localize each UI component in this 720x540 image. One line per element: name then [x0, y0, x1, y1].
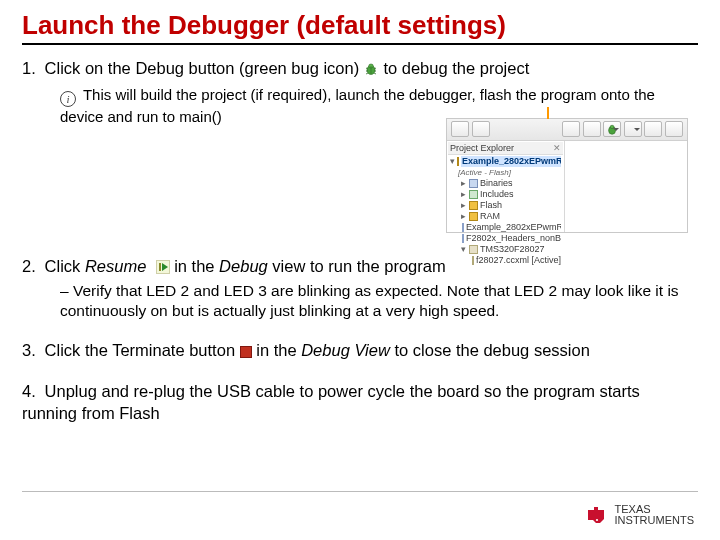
step-2-debug: Debug [219, 257, 268, 275]
footer-rule [22, 491, 698, 492]
step-4-text: Unplug and re-plug the USB cable to powe… [22, 382, 640, 422]
step-1: 1. Click on the Debug button (green bug … [22, 57, 698, 127]
ti-chip-icon [585, 504, 607, 526]
ti-logo: TEXAS INSTRUMENTS [585, 504, 694, 526]
tab-label: Project Explorer [450, 143, 514, 153]
svg-point-11 [595, 519, 597, 521]
includes-icon [469, 190, 478, 199]
step-2-sub: – Verify that LED 2 and LED 3 are blinki… [60, 281, 698, 321]
tree-cmd[interactable]: F2802x_Headers_nonBIOS.cmd [450, 233, 561, 244]
bug-icon [364, 59, 379, 81]
step-2-resume: Resume [85, 257, 146, 275]
chevron-down-icon [613, 128, 619, 131]
tree-project[interactable]: ▾ Example_2802xEPwmRealTimeInt [450, 156, 561, 167]
step-2-post: view to run the program [268, 257, 446, 275]
project-explorer-tab[interactable]: Project Explorer ✕ [448, 142, 563, 155]
active-config: [Active - Flash] [458, 167, 511, 178]
step-3-pre: Click the Terminate button [45, 341, 240, 359]
tree-includes[interactable]: ▸Includes [450, 189, 561, 200]
step-2-mid: in the [174, 257, 219, 275]
title-rule [22, 43, 698, 45]
step-4: 4. Unplug and re-plug the USB cable to p… [22, 380, 698, 425]
svg-line-5 [366, 73, 368, 74]
info-icon: i [60, 91, 76, 107]
toolbar-button[interactable] [624, 121, 642, 137]
toolbar-button[interactable] [472, 121, 490, 137]
toolbar-button[interactable] [665, 121, 683, 137]
tree-ram[interactable]: ▸RAM [450, 211, 561, 222]
editor-area [565, 141, 687, 232]
logo-line2: INSTRUMENTS [615, 515, 694, 526]
resume-icon [156, 260, 170, 274]
file-icon [462, 234, 464, 243]
toolbar-button[interactable] [451, 121, 469, 137]
page-title: Launch the Debugger (default settings) [22, 10, 698, 41]
step-3-number: 3. [22, 339, 40, 361]
step-3-debugview: Debug View [301, 341, 390, 359]
step-2: 2. Click Resume in the Debug view to run… [22, 255, 698, 322]
toolbar-button[interactable] [562, 121, 580, 137]
step-1-number: 1. [22, 57, 40, 79]
toolbar-button[interactable] [583, 121, 601, 137]
step-3: 3. Click the Terminate button in the Deb… [22, 339, 698, 361]
folder-icon [469, 212, 478, 221]
tree-targetcfg[interactable]: ▾TMS320F28027 [450, 244, 561, 255]
folder-icon [469, 201, 478, 210]
toolbar-button[interactable] [644, 121, 662, 137]
terminate-icon [240, 346, 252, 358]
step-2-pre: Click [45, 257, 85, 275]
step-1-post: to debug the project [383, 59, 529, 77]
file-icon [462, 223, 464, 232]
ide-screenshot: Project Explorer ✕ ▾ Example_2802xEPwmRe… [446, 118, 688, 233]
tree-flash[interactable]: ▸Flash [450, 200, 561, 211]
debug-button[interactable] [603, 121, 621, 137]
tree-ccxml[interactable]: f28027.ccxml [Active] [450, 255, 561, 266]
step-3-post: to close the debug session [390, 341, 590, 359]
step-2-number: 2. [22, 255, 40, 277]
tree-binaries[interactable]: ▸Binaries [450, 178, 561, 189]
config-icon [469, 245, 478, 254]
chevron-down-icon [634, 128, 640, 131]
step-4-number: 4. [22, 380, 40, 402]
config-icon [472, 256, 474, 265]
binaries-icon [469, 179, 478, 188]
folder-icon [457, 157, 459, 166]
svg-line-8 [374, 73, 376, 74]
tree-src[interactable]: Example_2802xEPwmRealTimeInt.c [450, 222, 561, 233]
step-3-mid: in the [256, 341, 301, 359]
ide-toolbar [447, 119, 687, 141]
project-explorer: Project Explorer ✕ ▾ Example_2802xEPwmRe… [447, 141, 565, 232]
project-label: Example_2802xEPwmRealTimeInt [461, 156, 561, 167]
step-1-pre: Click on the Debug button (green bug ico… [45, 59, 360, 77]
